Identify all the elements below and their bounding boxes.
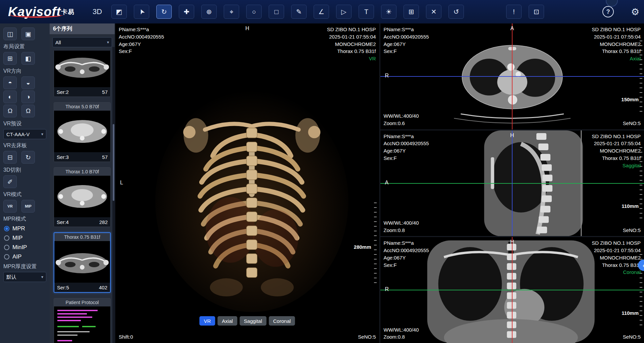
dir-head-icon[interactable]: Ω	[3, 105, 17, 117]
series-desc: Thorax 0.75 B31f	[327, 48, 376, 55]
layout-panel-icon[interactable]: ▣	[21, 27, 35, 40]
patient-age: Age:067Y	[384, 147, 429, 155]
left-sidebar: ◫ ▣ 布局设置 ⊞ ◧ VR方向 ◓ ◒ ◐ ◑ Ω Ω VR预设	[0, 23, 50, 343]
view-plane-label: Saggital	[592, 162, 641, 169]
cine-play-icon[interactable]: ▷	[336, 5, 352, 19]
series-no-label: SeNO:5	[358, 333, 376, 341]
mip-mode-icon[interactable]: MIP	[21, 200, 35, 213]
dir-feet-icon[interactable]: Ω	[21, 105, 35, 117]
gear-icon[interactable]: ⚙	[631, 6, 639, 17]
measure-icon[interactable]: ✎	[291, 5, 307, 19]
study-info: SD ZIBO NO.1 HOSP 2025-01-21 07:55:04 MO…	[592, 133, 641, 169]
layout-columns-glyph: ◧	[25, 55, 31, 62]
view-mode-label: VR	[327, 55, 376, 62]
vr-preset-value: CT-AAA-V	[6, 131, 30, 137]
series-list: Ser:2 57 Thorax 5.0 B70f	[50, 51, 115, 343]
reset-bed-glyph: ↻	[25, 154, 31, 161]
dir-anterior-glyph: ◓	[8, 79, 12, 87]
study-datetime: 2025-01-21 07:55:04	[592, 247, 641, 254]
angle-icon[interactable]: ∠	[314, 5, 329, 19]
rotate-3d-icon[interactable]: ↻	[156, 5, 172, 19]
vr-viewport[interactable]: PName:S***a AccNO:0004920555 Age:067Y Se…	[115, 23, 380, 343]
sagittal-viewport[interactable]: PName:S***a AccNO:0004920555 Age:067Y Se…	[380, 130, 644, 236]
scale-label: 110mm	[622, 203, 639, 209]
coronal-crosshair-vertical[interactable]	[512, 237, 513, 343]
series-filter-select[interactable]: All ▾	[52, 37, 112, 47]
patient-info: PName:S***a AccNO:0004920555 Age:067Y Se…	[384, 26, 429, 55]
cursor-icon[interactable]: ➤	[134, 5, 149, 19]
series-number: Ser:3	[57, 154, 69, 160]
toggle-coronal-button[interactable]: Coronal	[269, 316, 295, 326]
mpr-option-label: MinIP	[12, 244, 27, 251]
scrollbar-thumb[interactable]	[113, 124, 114, 201]
dir-anterior-icon[interactable]: ◓	[3, 76, 17, 89]
dir-feet-glyph: Ω	[26, 107, 31, 115]
vr-mode-icon[interactable]: VR	[3, 200, 17, 213]
scale-label: 280mm	[354, 244, 371, 250]
series-scrollbar[interactable]	[112, 47, 115, 343]
reset-bed-icon[interactable]: ↻	[21, 151, 35, 164]
layout-grid-icon[interactable]: ⊞	[3, 52, 17, 65]
remove-bed-icon[interactable]: ⊟	[3, 151, 17, 164]
alert-icon[interactable]: !	[506, 5, 522, 19]
window-brightness-icon[interactable]: ☀	[381, 5, 396, 19]
axial-crosshair-vertical[interactable]	[512, 23, 513, 129]
localize-icon[interactable]: ⌖	[224, 5, 239, 19]
scale-ruler	[374, 203, 377, 286]
axial-viewport[interactable]: PName:S***a AccNO:0004920555 Age:067Y Se…	[380, 23, 644, 129]
chevron-down-icon: ▾	[41, 275, 43, 279]
vr-cube-icon[interactable]: ◩	[111, 5, 127, 19]
series-thumbnail	[54, 176, 110, 217]
rect-roi-icon[interactable]: □	[269, 5, 284, 19]
text-annotation-icon[interactable]: T	[359, 5, 374, 19]
hospital-name: SD ZIBO NO.1 HOSP	[327, 26, 376, 33]
clear-icon[interactable]: ✕	[426, 5, 441, 19]
reset-icon[interactable]: ↺	[448, 5, 464, 19]
help-icon[interactable]: ?	[602, 6, 614, 17]
sagittal-crosshair-vertical[interactable]	[512, 130, 513, 236]
save-icon[interactable]: ⊡	[529, 5, 544, 19]
window-preset-glyph: ⊞	[409, 8, 414, 16]
scalpel-icon[interactable]: ✐	[3, 175, 17, 188]
mpr-option-minip[interactable]: MinIP	[4, 244, 46, 251]
series-card-ser3[interactable]: Thorax 5.0 B70f Ser:3 57	[54, 102, 111, 162]
dir-right-icon[interactable]: ◑	[21, 91, 35, 103]
layout-window-icon[interactable]: ◫	[3, 27, 17, 40]
zoom-in-icon[interactable]: ⊕	[201, 5, 217, 19]
dir-left-icon[interactable]: ◐	[3, 91, 17, 103]
series-title: Thorax 1.0 B70f	[54, 168, 110, 176]
mpr-option-mpr[interactable]: MPR	[4, 225, 46, 232]
vr-preset-select[interactable]: CT-AAA-V ▾	[3, 129, 46, 139]
series-thumbnail	[54, 241, 110, 283]
patient-name: PName:S***a	[384, 133, 429, 140]
series-title: Thorax 5.0 B70f	[54, 103, 110, 111]
mode-3d-label: 3D	[93, 7, 102, 16]
toggle-vr-button[interactable]: VR	[200, 316, 215, 326]
mpr-option-aip[interactable]: AIP	[4, 253, 46, 260]
series-image-count: 282	[99, 219, 108, 225]
coronal-viewport[interactable]: PName:S***a AccNO:0004920555 Age:067Y Se…	[380, 237, 644, 343]
orientation-left: L	[120, 180, 123, 186]
mpr-mode-label: MPR模式	[3, 216, 46, 223]
ellipse-roi-icon[interactable]: ○	[246, 5, 262, 19]
radio-icon	[4, 235, 9, 241]
mpr-thickness-select[interactable]: 默认 ▾	[3, 272, 46, 282]
zoom-label: Zoom:0.8	[384, 333, 419, 341]
toggle-axial-button[interactable]: Axial	[218, 316, 237, 326]
patient-sex: Sex:F	[119, 48, 164, 55]
scale-label: 150mm	[621, 97, 639, 102]
toggle-saggital-button[interactable]: Saggital	[239, 316, 266, 326]
study-datetime: 2025-01-21 07:55:04	[327, 33, 376, 41]
mpr-option-mip[interactable]: MIP	[4, 235, 46, 241]
pan-icon[interactable]: ✚	[179, 5, 194, 19]
series-card-ser2[interactable]: Ser:2 57	[54, 51, 111, 97]
series-title: Thorax 0.75 B31f	[54, 233, 110, 241]
series-card-ser5[interactable]: Thorax 0.75 B31f	[54, 232, 111, 293]
logo-text-cn: 卡易	[61, 8, 74, 15]
series-card-ser501[interactable]: Patient Protocol	[54, 298, 111, 343]
series-card-ser4[interactable]: Thorax 1.0 B70f Ser:4 282	[54, 167, 111, 227]
dir-posterior-icon[interactable]: ◒	[21, 76, 35, 89]
layout-columns-icon[interactable]: ◧	[21, 52, 35, 65]
window-preset-icon[interactable]: ⊞	[404, 5, 419, 19]
window-brightness-glyph: ☀	[386, 8, 392, 16]
